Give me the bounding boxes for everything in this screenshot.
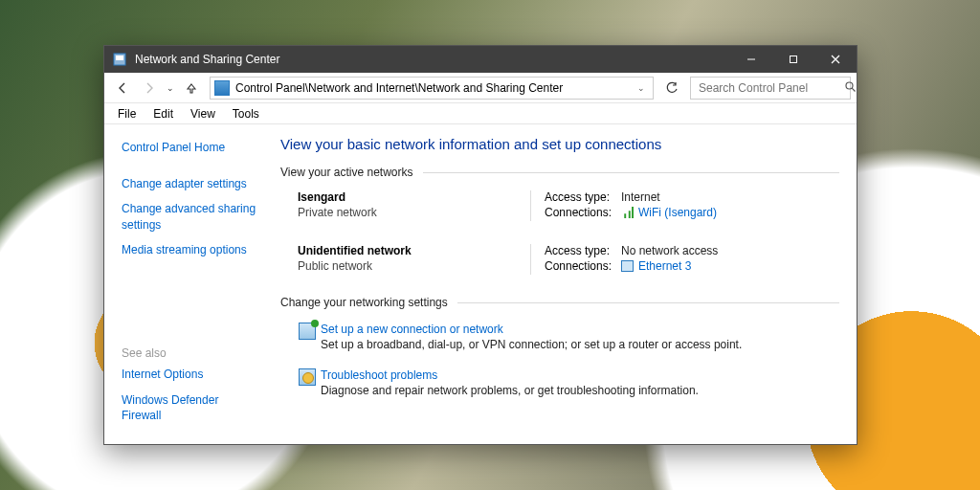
see-also-internet-options[interactable]: Internet Options [122, 367, 261, 382]
back-button[interactable] [110, 76, 135, 100]
new-connection-icon [299, 323, 316, 340]
access-type-value: No network access [621, 244, 718, 257]
forward-button[interactable] [137, 76, 162, 100]
svg-rect-1 [116, 56, 123, 60]
history-dropdown[interactable]: ⌄ [164, 83, 177, 93]
close-button[interactable] [814, 46, 857, 73]
svg-point-6 [846, 82, 853, 89]
settings-row: Troubleshoot problems Diagnose and repai… [280, 365, 839, 411]
see-also-label: See also [122, 345, 261, 361]
network-type: Private network [298, 206, 530, 219]
network-row: Unidentified network Public network Acce… [280, 242, 839, 296]
connection-link[interactable]: WiFi (Isengard) [621, 206, 717, 219]
connection-link[interactable]: Ethernet 3 [621, 259, 691, 273]
breadcrumb: Control Panel\Network and Internet\Netwo… [235, 81, 634, 95]
address-dropdown[interactable]: ⌄ [634, 83, 649, 93]
sidebar: Control Panel Home Change adapter settin… [104, 124, 273, 444]
svg-rect-3 [791, 56, 797, 63]
access-type-label: Access type: [545, 190, 621, 204]
window: Network and Sharing Center ⌄ Control Pan… [103, 45, 858, 445]
settings-row: Set up a new connection or network Set u… [280, 319, 839, 365]
wifi-icon [621, 207, 634, 218]
window-title: Network and Sharing Center [135, 53, 730, 66]
minimize-button[interactable] [730, 46, 772, 73]
search-input[interactable] [697, 80, 844, 96]
sidebar-item-sharing[interactable]: Change advanced sharing settings [122, 201, 261, 232]
active-networks-label: View your active networks [280, 166, 839, 179]
connections-label: Connections: [545, 206, 621, 219]
troubleshoot-desc: Diagnose and repair network problems, or… [321, 384, 699, 397]
address-bar[interactable]: Control Panel\Network and Internet\Netwo… [210, 77, 654, 100]
app-icon [112, 52, 127, 67]
search-box[interactable] [690, 77, 851, 100]
main-content: View your basic network information and … [273, 124, 857, 444]
sidebar-item-adapter[interactable]: Change adapter settings [122, 176, 261, 191]
search-icon[interactable] [844, 80, 857, 96]
menu-view[interactable]: View [183, 105, 223, 122]
change-settings-label: Change your networking settings [280, 296, 839, 309]
page-heading: View your basic network information and … [280, 136, 839, 152]
up-button[interactable] [179, 76, 204, 100]
titlebar: Network and Sharing Center [104, 46, 857, 73]
network-name: Unidentified network [298, 244, 530, 257]
setup-connection-desc: Set up a broadband, dial-up, or VPN conn… [321, 338, 742, 351]
control-panel-home-link[interactable]: Control Panel Home [122, 140, 261, 155]
connections-label: Connections: [545, 259, 621, 273]
menu-tools[interactable]: Tools [225, 105, 267, 122]
refresh-button[interactable] [659, 81, 684, 95]
network-name: Isengard [298, 190, 530, 204]
sidebar-item-media[interactable]: Media streaming options [122, 242, 261, 257]
menu-bar: File Edit View Tools [104, 103, 857, 124]
network-type: Public network [298, 259, 530, 273]
svg-line-7 [852, 88, 855, 91]
menu-file[interactable]: File [110, 105, 144, 122]
address-icon [214, 80, 230, 96]
nav-bar: ⌄ Control Panel\Network and Internet\Net… [104, 73, 857, 103]
access-type-label: Access type: [545, 244, 621, 257]
see-also-firewall[interactable]: Windows Defender Firewall [122, 392, 261, 423]
menu-edit[interactable]: Edit [145, 105, 181, 122]
troubleshoot-link[interactable]: Troubleshoot problems [321, 368, 699, 382]
access-type-value: Internet [621, 190, 660, 204]
maximize-button[interactable] [772, 46, 814, 73]
ethernet-icon [621, 260, 634, 272]
troubleshoot-icon [299, 368, 316, 386]
setup-connection-link[interactable]: Set up a new connection or network [321, 323, 742, 336]
network-row: Isengard Private network Access type:Int… [280, 189, 839, 242]
